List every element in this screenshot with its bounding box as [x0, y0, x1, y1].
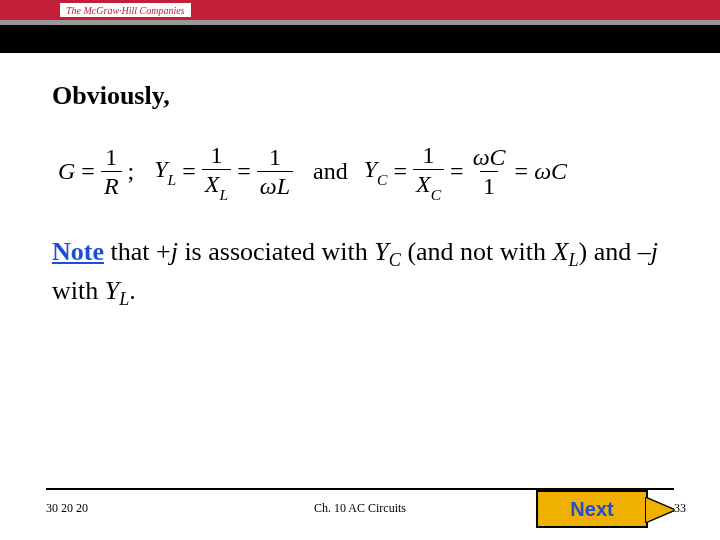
note-text: that +: [104, 237, 171, 266]
note-label: Note: [52, 237, 104, 266]
lead-text: Obviously,: [52, 81, 668, 111]
eq-sign-3: =: [237, 158, 251, 185]
note-text: ) and –: [579, 237, 651, 266]
frac-num: 1: [420, 143, 438, 169]
eq-sign-4: =: [393, 158, 407, 185]
sub-L: L: [119, 289, 129, 309]
frac-1-over-XC: 1 XC: [413, 143, 444, 200]
and-word: and: [313, 158, 348, 185]
frac-num: 1: [208, 143, 226, 169]
semicolon: ;: [128, 158, 135, 185]
var-wC: ωC: [534, 158, 567, 185]
brand-header: The McGraw·Hill Companies: [0, 0, 720, 20]
frac-den: XC: [413, 169, 444, 200]
var-YL: Y: [105, 276, 119, 305]
frac-num: ωC: [470, 145, 509, 171]
eq-sign-5: =: [450, 158, 464, 185]
sub-L: L: [568, 251, 578, 271]
next-button[interactable]: Next: [536, 490, 648, 528]
frac-den: 1: [480, 171, 498, 198]
var-G: G: [58, 158, 75, 185]
brand-text: The McGraw·Hill Companies: [60, 3, 191, 17]
var-YL: YL: [154, 156, 176, 187]
footer-chapter: Ch. 10 AC Circuits: [314, 501, 406, 516]
eq-sign: =: [81, 158, 95, 185]
frac-num: 1: [102, 145, 120, 171]
footer-date: 30​​​​​ ​2​0 2​0: [46, 501, 88, 516]
frac-wC-over-1: ωC 1: [470, 145, 509, 198]
var-XL: X: [553, 237, 569, 266]
divider-black: [0, 25, 720, 53]
page-number: 33: [674, 501, 686, 516]
frac-num: 1: [266, 145, 284, 171]
eq-sign-6: =: [515, 158, 529, 185]
note-paragraph: Note that +j is associated with YC (and …: [52, 234, 668, 312]
frac-den: R: [101, 171, 122, 198]
eq-sign-2: =: [182, 158, 196, 185]
var-YC: YC: [364, 156, 388, 187]
sub-C: C: [389, 251, 401, 271]
frac-1-over-wL: 1 ωL: [257, 145, 293, 198]
equation: G = 1 R ; YL = 1 XL = 1 ωL and YC = 1 XC…: [58, 143, 668, 200]
frac-den: ωL: [257, 171, 293, 198]
var-j: j: [171, 237, 178, 266]
frac-1-over-R: 1 R: [101, 145, 122, 198]
next-button-label: Next: [570, 498, 613, 521]
note-text: .: [129, 276, 136, 305]
frac-den: XL: [202, 169, 231, 200]
var-j: j: [651, 237, 658, 266]
next-arrow-icon[interactable]: [646, 498, 674, 522]
var-YC: Y: [374, 237, 388, 266]
frac-1-over-XL: 1 XL: [202, 143, 231, 200]
note-text: with: [52, 276, 105, 305]
note-text: (and not with: [401, 237, 553, 266]
slide-content: Obviously, G = 1 R ; YL = 1 XL = 1 ωL an…: [0, 53, 720, 312]
note-text: is associated with: [178, 237, 374, 266]
